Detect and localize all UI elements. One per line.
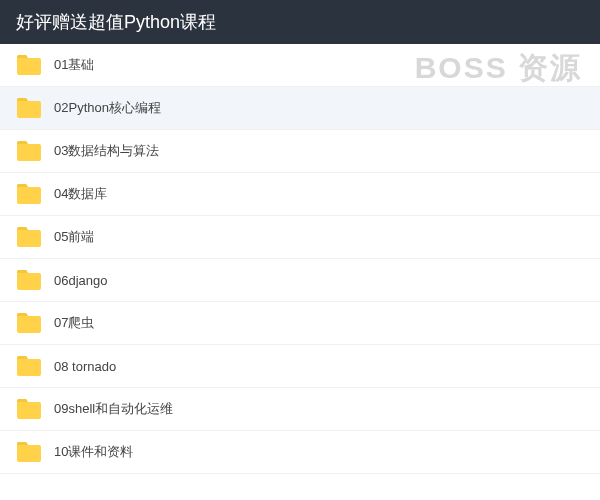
folder-icon — [16, 312, 42, 334]
file-name: 02Python核心编程 — [54, 99, 161, 117]
file-name: 09shell和自动化运维 — [54, 400, 173, 418]
folder-icon — [16, 140, 42, 162]
file-row[interactable]: 02Python核心编程 — [0, 87, 600, 130]
folder-icon — [16, 183, 42, 205]
file-name: 10课件和资料 — [54, 443, 133, 461]
file-name: 08 tornado — [54, 359, 116, 374]
file-row[interactable]: 06django — [0, 259, 600, 302]
page-header: 好评赠送超值Python课程 — [0, 0, 600, 44]
folder-icon — [16, 226, 42, 248]
file-row[interactable]: 08 tornado — [0, 345, 600, 388]
file-row[interactable]: 09shell和自动化运维 — [0, 388, 600, 431]
page-title: 好评赠送超值Python课程 — [16, 12, 216, 32]
file-row[interactable]: 05前端 — [0, 216, 600, 259]
file-name: 05前端 — [54, 228, 94, 246]
folder-icon — [16, 54, 42, 76]
file-row[interactable]: 03数据结构与算法 — [0, 130, 600, 173]
file-name: 06django — [54, 273, 108, 288]
file-name: 07爬虫 — [54, 314, 94, 332]
folder-icon — [16, 398, 42, 420]
file-row[interactable]: 01基础 — [0, 44, 600, 87]
file-name: 01基础 — [54, 56, 94, 74]
folder-icon — [16, 441, 42, 463]
folder-icon — [16, 97, 42, 119]
file-name: 03数据结构与算法 — [54, 142, 159, 160]
folder-icon — [16, 269, 42, 291]
file-row[interactable]: 10课件和资料 — [0, 431, 600, 474]
file-row[interactable]: 04数据库 — [0, 173, 600, 216]
folder-icon — [16, 355, 42, 377]
file-name: 04数据库 — [54, 185, 107, 203]
file-list: 01基础 02Python核心编程 03数据结构与算法 04数据库 05前端 0… — [0, 44, 600, 474]
file-row[interactable]: 07爬虫 — [0, 302, 600, 345]
